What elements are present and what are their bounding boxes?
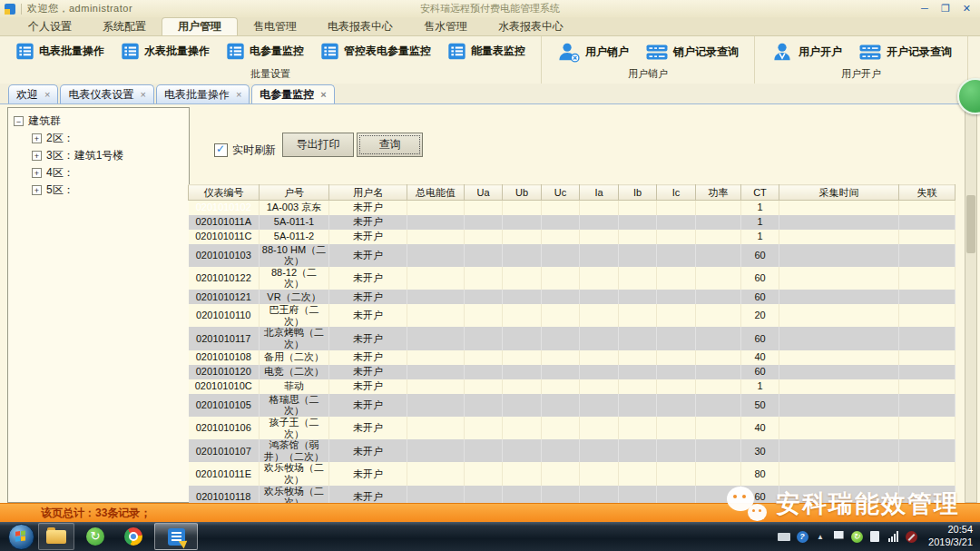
table-row[interactable]: 020101011A5A-011-1未开户1 xyxy=(189,215,956,230)
column-header-10[interactable]: 功率 xyxy=(696,185,741,201)
expand-toggle-icon[interactable]: + xyxy=(32,151,42,161)
column-header-8[interactable]: Ib xyxy=(619,185,657,201)
column-header-9[interactable]: Ic xyxy=(657,185,696,201)
tab-0[interactable]: 欢迎× xyxy=(8,84,58,103)
table-row[interactable]: 0201010120电竞（二次）未开户60 xyxy=(189,365,956,379)
cell-empty xyxy=(657,365,696,379)
help-icon[interactable]: ? xyxy=(796,530,808,543)
ribbon-button-0-4[interactable]: 能量表监控 xyxy=(439,41,534,62)
table-row[interactable]: 0201010108备用（二次）未开户40 xyxy=(189,350,956,365)
tab-close-icon[interactable]: × xyxy=(140,89,145,100)
table-row[interactable]: 020101010388-10 HM（二次）未开户60 xyxy=(189,244,956,267)
menu-item-4[interactable]: 电表报表中心 xyxy=(312,17,408,35)
ribbon-button-2-1[interactable]: 开户记录查询 xyxy=(850,42,960,63)
table-row[interactable]: 020101012288-12（二次）未开户60 xyxy=(189,267,956,290)
ribbon-button-0-3[interactable]: 管控表电参量监控 xyxy=(312,41,439,62)
ribbon-button-label: 管控表电参量监控 xyxy=(344,44,431,59)
tree-node-3[interactable]: +5区： xyxy=(32,182,189,199)
table-row[interactable]: 020101011E欢乐牧场（二次）未开户80 xyxy=(189,462,956,485)
column-header-3[interactable]: 总电能值 xyxy=(407,185,465,201)
tab-1[interactable]: 电表仪表设置× xyxy=(60,84,153,103)
column-header-1[interactable]: 户号 xyxy=(260,185,329,201)
taskbar-file-explorer-button[interactable] xyxy=(38,523,74,550)
column-header-7[interactable]: Ia xyxy=(580,185,619,201)
keyboard-icon[interactable] xyxy=(778,530,790,543)
table-row[interactable]: 0201010110巴王府（二次）未开户20 xyxy=(189,304,956,327)
column-header-0[interactable]: 仪表编号 xyxy=(189,185,260,201)
export-print-button[interactable]: 导出打印 xyxy=(282,133,354,157)
table-row[interactable]: 0201010117北京烤鸭（二次）未开户60 xyxy=(189,327,956,349)
cell-empty xyxy=(465,215,503,230)
ribbon-button-label: 用户销户 xyxy=(585,44,629,60)
tab-2[interactable]: 电表批量操作× xyxy=(156,84,250,103)
collapse-toggle-icon[interactable]: − xyxy=(14,116,24,126)
cell-empty xyxy=(779,327,899,349)
menu-item-2[interactable]: 用户管理 xyxy=(162,17,238,35)
cell-empty xyxy=(657,290,696,304)
taskbar-safe-browser-button[interactable]: ↻ xyxy=(78,524,113,549)
menu-item-1[interactable]: 系统配置 xyxy=(87,17,162,35)
ribbon-button-1-1[interactable]: 销户记录查询 xyxy=(637,42,747,63)
tree-node-1[interactable]: +3区：建筑1号楼 xyxy=(32,147,189,164)
table-row[interactable]: 0201010106孩子王（二次）未开户40 xyxy=(189,417,956,439)
restore-button[interactable]: ❐ xyxy=(941,0,950,17)
minimize-button[interactable]: ─ xyxy=(921,0,928,17)
antivirus-icon[interactable]: ↻ xyxy=(850,530,863,543)
table-row[interactable]: 020101010C菲动未开户1 xyxy=(189,379,956,394)
menu-item-0[interactable]: 个人设置 xyxy=(13,17,87,35)
vertical-scrollbar[interactable] xyxy=(965,107,977,503)
cell-meter-id: 0201010118 xyxy=(189,486,260,503)
cell-meter-id: 0201010102 xyxy=(189,201,260,215)
checkbox-checked-icon[interactable] xyxy=(214,143,228,157)
expand-toggle-icon[interactable]: + xyxy=(32,168,42,178)
close-button[interactable]: ✕ xyxy=(963,0,971,17)
table-row[interactable]: 020101011C5A-011-2未开户1 xyxy=(189,230,956,244)
query-button[interactable]: 查询 xyxy=(357,133,423,157)
table-row[interactable]: 0201010121VR（二次）未开户60 xyxy=(189,290,956,304)
column-header-5[interactable]: Ub xyxy=(503,185,542,201)
taskbar-energy-app-button[interactable] xyxy=(154,523,198,550)
menu-item-6[interactable]: 水表报表中心 xyxy=(483,17,579,35)
tree-node-root[interactable]: −建筑群 xyxy=(14,113,189,130)
column-header-6[interactable]: Uc xyxy=(542,185,580,201)
cell-empty xyxy=(407,327,465,349)
expand-toggle-icon[interactable]: + xyxy=(32,133,42,143)
table-row[interactable]: 0201010107鸿茶馆（弱井）（二次）未开户30 xyxy=(189,439,956,462)
ribbon-button-0-0[interactable]: 电表批量操作 xyxy=(7,41,113,62)
tree-node-0[interactable]: +2区： xyxy=(32,130,189,147)
up-arrow-icon[interactable]: ▲ xyxy=(814,530,827,543)
scrollbar-thumb[interactable] xyxy=(966,195,975,253)
volume-muted-icon[interactable] xyxy=(905,530,917,543)
network-signal-icon[interactable] xyxy=(887,530,899,543)
column-header-12[interactable]: 采集时间 xyxy=(779,185,899,201)
menu-item-3[interactable]: 售电管理 xyxy=(238,17,312,35)
tree-node-2[interactable]: +4区： xyxy=(32,164,189,182)
ribbon-button-0-2[interactable]: 电参量监控 xyxy=(218,41,312,62)
ribbon-button-2-0[interactable]: 用户开户 xyxy=(762,41,850,64)
table-row[interactable]: 02010101021A-003 京东未开户1 xyxy=(189,201,956,215)
tab-3[interactable]: 电参量监控× xyxy=(251,84,334,103)
tab-close-icon[interactable]: × xyxy=(320,89,326,100)
tab-close-icon[interactable]: × xyxy=(236,89,241,100)
cell-empty xyxy=(465,201,503,215)
column-header-4[interactable]: Ua xyxy=(465,185,503,201)
column-header-13[interactable]: 失联 xyxy=(899,185,956,201)
notes-icon[interactable] xyxy=(868,530,881,543)
taskbar-clock[interactable]: 20:54 2019/3/21 xyxy=(928,524,973,549)
ribbon-button-0-1[interactable]: 水表批量操作 xyxy=(113,41,218,62)
folder-icon xyxy=(46,530,66,544)
expand-toggle-icon[interactable]: + xyxy=(32,185,42,195)
sync-flag-icon[interactable] xyxy=(832,530,845,543)
ribbon-group-2: 用户开户开户记录查询用户开户 xyxy=(755,36,968,84)
tab-close-icon[interactable]: × xyxy=(44,89,50,100)
column-header-2[interactable]: 用户名 xyxy=(329,185,407,201)
cell-meter-id: 0201010122 xyxy=(189,267,260,290)
start-button[interactable] xyxy=(8,524,34,550)
taskbar-chrome-button[interactable] xyxy=(116,524,151,549)
menu-item-5[interactable]: 售水管理 xyxy=(408,17,483,35)
realtime-refresh-option[interactable]: 实时刷新 xyxy=(214,143,276,158)
ribbon-button-1-0[interactable]: 用户销户 xyxy=(549,41,637,64)
table-row[interactable]: 0201010105格瑞思（二次）未开户50 xyxy=(189,394,956,417)
cell-empty xyxy=(407,350,465,365)
column-header-11[interactable]: CT xyxy=(741,185,779,201)
